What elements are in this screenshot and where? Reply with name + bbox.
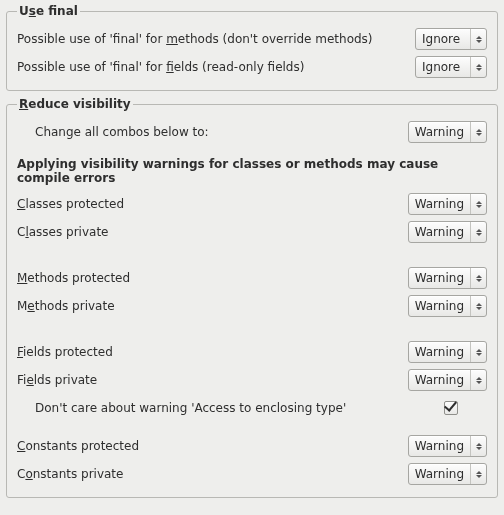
methods-private-row: Methods private Warning xyxy=(17,293,487,319)
combo-arrows-icon xyxy=(470,29,486,49)
legend-text: educe visibility xyxy=(28,97,130,111)
change-all-row: Change all combos below to: Warning xyxy=(17,119,487,145)
combo-value: Warning xyxy=(409,122,470,142)
final-methods-label: Possible use of 'final' for methods (don… xyxy=(17,32,415,46)
combo-value: Warning xyxy=(409,296,470,316)
methods-private-combo[interactable]: Warning xyxy=(408,295,487,317)
methods-protected-combo[interactable]: Warning xyxy=(408,267,487,289)
constants-protected-label: Constants protected xyxy=(17,439,408,453)
change-all-combo[interactable]: Warning xyxy=(408,121,487,143)
final-methods-row: Possible use of 'final' for methods (don… xyxy=(17,26,487,52)
fields-private-combo[interactable]: Warning xyxy=(408,369,487,391)
combo-arrows-icon xyxy=(470,464,486,484)
constants-protected-combo[interactable]: Warning xyxy=(408,435,487,457)
fields-private-row: Fields private Warning xyxy=(17,367,487,393)
reduce-visibility-group: Reduce visibility Change all combos belo… xyxy=(6,97,498,498)
combo-value: Warning xyxy=(409,464,470,484)
final-fields-combo[interactable]: Ignore xyxy=(415,56,487,78)
combo-arrows-icon xyxy=(470,436,486,456)
combo-arrows-icon xyxy=(470,194,486,214)
combo-arrows-icon xyxy=(470,268,486,288)
classes-private-label: Classes private xyxy=(17,225,408,239)
combo-arrows-icon xyxy=(470,222,486,242)
combo-arrows-icon xyxy=(470,296,486,316)
use-final-legend: Use final xyxy=(17,4,80,18)
combo-arrows-icon xyxy=(470,342,486,362)
combo-value: Warning xyxy=(409,342,470,362)
change-all-label: Change all combos below to: xyxy=(17,125,408,139)
combo-value: Warning xyxy=(409,268,470,288)
constants-private-label: Constants private xyxy=(17,467,408,481)
legend-mnemonic: R xyxy=(19,97,28,111)
dont-care-row: Don't care about warning 'Access to encl… xyxy=(17,395,487,421)
classes-private-row: Classes private Warning xyxy=(17,219,487,245)
combo-arrows-icon xyxy=(470,370,486,390)
classes-protected-combo[interactable]: Warning xyxy=(408,193,487,215)
legend-text: e final xyxy=(36,4,78,18)
combo-value: Warning xyxy=(409,436,470,456)
combo-arrows-icon xyxy=(470,57,486,77)
fields-private-label: Fields private xyxy=(17,373,408,387)
classes-private-combo[interactable]: Warning xyxy=(408,221,487,243)
combo-arrows-icon xyxy=(470,122,486,142)
fields-protected-row: Fields protected Warning xyxy=(17,339,487,365)
methods-private-label: Methods private xyxy=(17,299,408,313)
classes-protected-row: Classes protected Warning xyxy=(17,191,487,217)
legend-text: U xyxy=(19,4,29,18)
final-methods-combo[interactable]: Ignore xyxy=(415,28,487,50)
fields-protected-combo[interactable]: Warning xyxy=(408,341,487,363)
final-fields-label: Possible use of 'final' for fields (read… xyxy=(17,60,415,74)
compile-error-warning: Applying visibility warnings for classes… xyxy=(17,157,487,185)
combo-value: Warning xyxy=(409,222,470,242)
constants-private-combo[interactable]: Warning xyxy=(408,463,487,485)
combo-value: Ignore xyxy=(416,57,470,77)
dont-care-checkbox[interactable] xyxy=(444,401,458,415)
constants-protected-row: Constants protected Warning xyxy=(17,433,487,459)
final-fields-row: Possible use of 'final' for fields (read… xyxy=(17,54,487,80)
methods-protected-row: Methods protected Warning xyxy=(17,265,487,291)
dont-care-label: Don't care about warning 'Access to encl… xyxy=(17,401,415,415)
legend-mnemonic: s xyxy=(29,4,36,18)
fields-protected-label: Fields protected xyxy=(17,345,408,359)
combo-value: Warning xyxy=(409,370,470,390)
combo-value: Warning xyxy=(409,194,470,214)
use-final-group: Use final Possible use of 'final' for me… xyxy=(6,4,498,91)
combo-value: Ignore xyxy=(416,29,470,49)
reduce-visibility-legend: Reduce visibility xyxy=(17,97,133,111)
methods-protected-label: Methods protected xyxy=(17,271,408,285)
constants-private-row: Constants private Warning xyxy=(17,461,487,487)
classes-protected-label: Classes protected xyxy=(17,197,408,211)
